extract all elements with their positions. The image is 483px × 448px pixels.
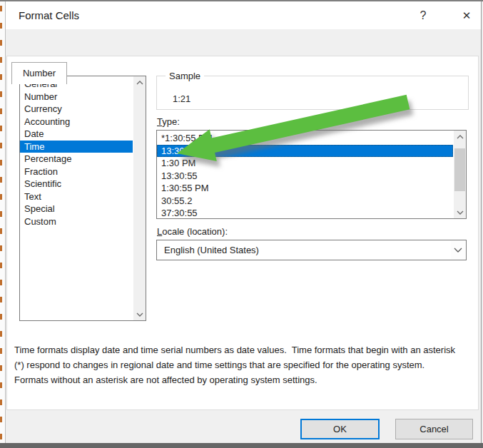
type-item-4[interactable]: 1:30:55 PM [157,182,453,195]
category-item-percentage[interactable]: Percentage [20,153,133,166]
type-item-3[interactable]: 13:30:55 [157,170,453,183]
category-item-currency[interactable]: Currency [20,103,133,116]
locale-label: Locale (location): [157,226,228,237]
tab-strip: Number Alignment Font Border Fill Protec… [6,29,481,56]
cancel-button[interactable]: Cancel [395,419,473,439]
locale-dropdown[interactable]: English (United States) [156,240,467,260]
category-item-scientific[interactable]: Scientific [20,178,133,190]
description-line-1: Time formats display date and time seria… [14,342,455,357]
category-listbox: General Number Currency Accounting Date … [19,76,146,321]
category-item-time[interactable]: Time [20,141,133,153]
category-rows: General Number Currency Accounting Date … [20,78,133,228]
type-item-0[interactable]: *1:30:55 PM [157,132,453,145]
chevron-down-icon[interactable] [451,241,465,259]
chevron-up-icon[interactable] [133,76,146,88]
tab-number-label: Number [23,68,56,78]
locale-selected-value: English (United States) [164,240,259,260]
close-icon[interactable]: ✕ [455,1,478,29]
locale-label-rest: ocale (location): [162,226,228,237]
scrollbar-thumb[interactable] [454,148,465,191]
type-label-rest: ype: [162,116,180,127]
type-rows: *1:30:55 PM 13:30 1:30 PM 13:30:55 1:30:… [157,132,453,220]
ok-button[interactable]: OK [300,419,380,439]
description-line-3: Formats without an asterisk are not affe… [14,372,455,387]
type-scrollbar[interactable] [454,131,466,218]
sample-value: 1:21 [173,93,190,104]
chevron-up-icon[interactable] [454,131,466,143]
type-item-5[interactable]: 30:55.2 [157,195,453,208]
type-item-2[interactable]: 1:30 PM [157,157,453,170]
type-item-selected[interactable]: 13:30 [157,145,453,158]
type-listbox: *1:30:55 PM 13:30 1:30 PM 13:30:55 1:30:… [156,130,467,219]
help-icon[interactable]: ? [414,1,432,29]
type-item-6[interactable]: 37:30:55 [157,207,453,220]
window-bottom-edge [0,443,483,448]
chevron-down-icon[interactable] [133,308,146,320]
background-app-edge [0,1,5,443]
number-tab-page: Category: General Number Currency Accoun… [6,56,479,410]
category-scrollbar[interactable] [133,76,146,320]
category-item-accounting[interactable]: Accounting [20,116,133,128]
category-item-fraction[interactable]: Fraction [20,166,133,178]
description-line-2: (*) respond to changes in regional date … [14,357,455,372]
category-item-number[interactable]: Number [20,91,133,103]
dialog-titlebar[interactable]: Format Cells ? ✕ [6,1,481,29]
category-item-special[interactable]: Special [20,203,133,215]
tab-number[interactable]: Number [11,62,67,84]
sample-groupbox: Sample 1:21 [156,76,469,110]
category-item-custom[interactable]: Custom [20,215,133,228]
format-cells-dialog: Format Cells ? ✕ Number Alignment Font B… [5,1,482,443]
chevron-down-icon[interactable] [454,206,466,218]
dialog-button-row: OK Cancel [6,410,481,443]
category-item-date[interactable]: Date [20,128,133,141]
screenshot-root: Format Cells ? ✕ Number Alignment Font B… [0,0,483,448]
category-item-text[interactable]: Text [20,190,133,203]
dialog-title: Format Cells [19,1,79,29]
format-description: Time formats display date and time seria… [14,342,455,387]
type-label: Type: [157,116,180,127]
sample-group-label: Sample [166,71,204,81]
